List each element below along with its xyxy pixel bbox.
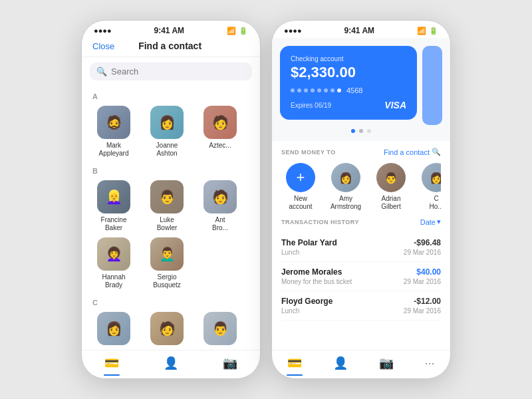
contact-avatar-c2: 🧑 <box>150 312 184 345</box>
recipient-new[interactable]: + Newaccount <box>281 163 320 211</box>
dot4 <box>311 88 315 92</box>
contact-avatar-aztec: 🧑 <box>203 106 237 139</box>
recipient-adrian[interactable]: 👨 AdrianGilbert <box>372 163 410 211</box>
contact-avatar-mark: 🧔 <box>97 106 130 139</box>
card-expires: Expires 06/19 <box>291 102 331 109</box>
nav-camera-right[interactable]: 📷 <box>379 356 394 370</box>
transaction-sub-3: Lunch 29 Mar 2016 <box>281 307 441 315</box>
transaction-sub-1: Lunch 29 Mar 2016 <box>281 249 441 256</box>
bottom-nav-right: 💳 👤 📷 ··· <box>272 350 450 378</box>
section-a-grid: 🧔 MarkAppleyard 👩 JoanneAshton 🧑 Aztec..… <box>82 103 260 163</box>
transaction-jerome-row: Jerome Morales $40.00 <box>281 267 441 277</box>
new-account-btn[interactable]: + <box>286 163 315 192</box>
recipients-row: + Newaccount 👩 AmyArmstrong 👨 <box>281 163 441 211</box>
chevron-down-icon: ▾ <box>437 217 441 226</box>
transaction-cat-3: Lunch <box>281 307 299 315</box>
contact-avatar-hannah: 👩‍🦱 <box>97 237 130 271</box>
nav-more-right[interactable]: ··· <box>425 356 435 370</box>
battery-icon: 🔋 <box>239 27 248 35</box>
contacts-scroll: A 🧔 MarkAppleyard 👩 JoanneAshton 🧑 <box>82 86 260 350</box>
camera-nav-icon-right: 📷 <box>379 356 394 370</box>
contact-joanne[interactable]: 👩 JoanneAshton <box>143 106 191 158</box>
transaction-date-2: 29 Mar 2016 <box>404 278 441 285</box>
contact-avatar-c3: 👨 <box>203 312 237 345</box>
profile-nav-icon-right: 👤 <box>333 356 348 370</box>
dot3 <box>304 88 308 92</box>
contact-francine[interactable]: 👱‍♀️ FrancineBaker <box>90 180 138 232</box>
card-peek <box>422 46 442 125</box>
wifi-icon-right: 📶 <box>417 27 426 35</box>
contact-mark[interactable]: 🧔 MarkAppleyard <box>90 106 138 158</box>
card-dots: 4568 <box>291 86 406 94</box>
dot2 <box>297 88 301 92</box>
section-b-label: B <box>82 163 260 178</box>
section-b-grid: 👱‍♀️ FrancineBaker 👨 LukeBowler 🧑 AntBro… <box>82 178 260 295</box>
section-a-label: A <box>82 88 260 103</box>
transaction-floyd[interactable]: Floyd George -$12.00 Lunch 29 Mar 2016 <box>281 291 441 321</box>
section-c-grid: 👩 🧑 👨 <box>82 309 260 350</box>
contact-ant[interactable]: 🧑 AntBro... <box>196 180 244 232</box>
card-footer: Expires 06/19 VISA <box>291 100 406 110</box>
time-right: 9:41 AM <box>344 26 375 35</box>
find-contact-link[interactable]: Find a contact 🔍 <box>384 148 441 156</box>
bank-card-main[interactable]: Checking account $2,330.00 4568 <box>280 46 417 120</box>
nav-profile-right[interactable]: 👤 <box>333 356 348 370</box>
dot5 <box>317 88 321 92</box>
contact-c3[interactable]: 👨 <box>196 312 244 348</box>
signal-dots: ●●●● <box>94 27 112 35</box>
contact-name-sergio: SergioBusquetz <box>153 273 181 289</box>
contact-name-ant: AntBro... <box>212 216 228 232</box>
indicator-2[interactable] <box>359 129 363 133</box>
close-button[interactable]: Close <box>92 41 114 51</box>
recipient-c[interactable]: 👩 CHo... <box>417 163 441 211</box>
card-last-digits: 4568 <box>346 86 362 94</box>
status-icons-right: 📶 🔋 <box>417 27 438 35</box>
contact-c1[interactable]: 👩 <box>90 312 138 348</box>
recipient-name-new: Newaccount <box>289 195 312 211</box>
contact-name-aztec: Aztec... <box>209 142 231 150</box>
search-icon: 🔍 <box>96 66 107 76</box>
page-title-left: Find a contact <box>138 41 201 51</box>
transaction-name-3: Floyd George <box>281 297 332 306</box>
recipient-name-c: CHo... <box>429 195 441 211</box>
find-contact-icon: 🔍 <box>432 148 441 156</box>
indicator-3[interactable] <box>367 129 371 133</box>
c-face: 👩 <box>430 172 441 184</box>
recipient-name-amy: AmyArmstrong <box>331 195 361 211</box>
transaction-polar-row: The Polar Yard -$96.48 <box>281 238 441 247</box>
contact-name-hannah: HannahBrady <box>102 273 125 289</box>
contact-aztec[interactable]: 🧑 Aztec... <box>196 106 244 158</box>
transaction-jerome[interactable]: Jerome Morales $40.00 Money for the bus … <box>281 262 441 291</box>
recipient-amy[interactable]: 👩 AmyArmstrong <box>327 163 365 211</box>
contact-c2[interactable]: 🧑 <box>143 312 191 348</box>
search-bar[interactable]: 🔍 <box>90 63 252 80</box>
recipient-avatar-c: 👩 <box>422 163 441 192</box>
contact-hannah[interactable]: 👩‍🦱 HannahBrady <box>90 237 138 289</box>
section-c-label: C <box>82 295 260 309</box>
find-contact-text: Find a contact <box>384 148 430 156</box>
dot7 <box>331 88 334 92</box>
battery-icon-right: 🔋 <box>429 27 438 35</box>
contact-name-joanne: JoanneAshton <box>156 142 178 158</box>
search-input[interactable] <box>111 66 245 76</box>
card-amount: $2,330.00 <box>291 64 406 81</box>
nav-camera-left[interactable]: 📷 <box>223 356 237 370</box>
adrian-face: 👨 <box>384 172 398 184</box>
transaction-polar-yard[interactable]: The Polar Yard -$96.48 Lunch 29 Mar 2016 <box>281 233 441 262</box>
more-nav-icon-right: ··· <box>425 356 435 370</box>
nav-card-left[interactable]: 💳 <box>104 356 119 370</box>
indicator-1[interactable] <box>351 129 355 133</box>
dot1 <box>291 88 295 92</box>
nav-profile-left[interactable]: 👤 <box>164 356 178 370</box>
recipient-avatar-amy: 👩 <box>331 163 360 192</box>
card-nav-icon-right: 💳 <box>287 356 302 370</box>
transaction-amount-3: -$12.00 <box>414 297 441 306</box>
transaction-amount-1: -$96.48 <box>414 238 441 247</box>
contact-luke[interactable]: 👨 LukeBowler <box>143 180 191 232</box>
contact-sergio[interactable]: 👨‍🦱 SergioBusquetz <box>143 237 191 289</box>
contact-avatar-c1: 👩 <box>97 312 130 345</box>
nav-card-right[interactable]: 💳 <box>287 356 302 370</box>
transactions-section: TRANSACTION HISTORY Date ▾ The Polar Yar… <box>272 211 450 350</box>
visa-logo: VISA <box>384 100 406 110</box>
date-filter[interactable]: Date ▾ <box>420 217 441 226</box>
